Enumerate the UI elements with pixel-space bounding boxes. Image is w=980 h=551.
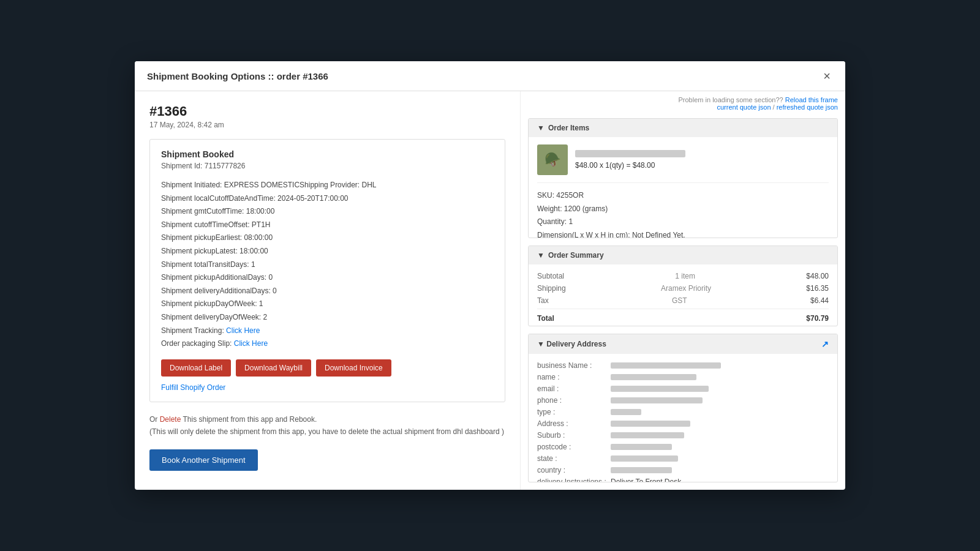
order-item-row: 🪖 $48.00 x 1(qty) = $48.00 (537, 144, 829, 175)
download-label-button[interactable]: Download Label (161, 359, 231, 377)
right-panel: Problem in loading some section?? Reload… (521, 91, 845, 490)
order-items-section: ▼ Order Items 🪖 $48.00 x 1(qty) = $48.00… (528, 118, 838, 238)
order-date: 17 May, 2024, 8:42 am (149, 121, 505, 129)
button-row: Download Label Download Waybill Download… (161, 359, 494, 377)
order-summary-content: Subtotal 1 item $48.00 Shipping Aramex P… (529, 264, 837, 326)
delete-note: (This will only delete the shipment from… (149, 427, 504, 436)
order-items-content: 🪖 $48.00 x 1(qty) = $48.00 SKU: 4255OR W… (529, 137, 837, 238)
book-another-shipment-button[interactable]: Book Another Shipment (149, 449, 258, 471)
refreshed-quote-link[interactable]: refreshed quote json (777, 103, 838, 111)
address-postcode: postcode : (537, 443, 829, 451)
tracking-link[interactable]: Click Here (226, 326, 260, 335)
address-address: Address : (537, 419, 829, 428)
reload-frame-link[interactable]: Reload this frame (785, 96, 838, 103)
address-email: email : (537, 384, 829, 393)
modal-body: #1366 17 May, 2024, 8:42 am Shipment Boo… (135, 91, 845, 490)
modal-header: Shipment Booking Options :: order #1366 … (135, 61, 845, 91)
item-image: 🪖 (537, 144, 568, 175)
item-price-area: $48.00 x 1(qty) = $48.00 (575, 150, 829, 170)
download-waybill-button[interactable]: Download Waybill (236, 359, 311, 377)
order-id: #1366 (149, 103, 505, 119)
shipment-id-label: Shipment Id: (161, 162, 202, 170)
delete-link[interactable]: Delete (160, 415, 181, 424)
summary-row-shipping: Shipping Aramex Priority $16.35 (537, 284, 829, 293)
address-name: name : (537, 373, 829, 381)
order-summary-section: ▼ Order Summary Subtotal 1 item $48.00 S… (528, 246, 838, 326)
or-text: Or (149, 415, 160, 424)
order-items-header: ▼ Order Items (529, 119, 837, 137)
booked-title: Shipment Booked (161, 149, 494, 159)
delivery-address-section: ▼ Delivery Address ↗ business Name : nam… (528, 334, 838, 482)
delivery-address-title: Delivery Address (546, 340, 606, 348)
left-panel: #1366 17 May, 2024, 8:42 am Shipment Boo… (135, 91, 521, 490)
order-summary-title: Order Summary (548, 251, 604, 260)
address-suburb: Suburb : (537, 431, 829, 440)
item-price-text: $48.00 x 1(qty) = $48.00 (575, 161, 829, 170)
booked-box: Shipment Booked Shipment Id: 7115777826 … (149, 139, 505, 402)
item-details: SKU: 4255OR Weight: 1200 (grams) Quantit… (537, 182, 829, 238)
packaging-link[interactable]: Click Here (234, 339, 268, 348)
shipment-details: Shipment Initiated: EXPRESS DOMESTICShip… (161, 179, 494, 351)
order-summary-header: ▼ Order Summary (529, 246, 837, 264)
delivery-address-header: ▼ Delivery Address ↗ (529, 334, 837, 354)
order-items-title: Order Items (548, 124, 589, 132)
address-state: state : (537, 454, 829, 463)
address-type: type : (537, 408, 829, 416)
shipment-modal: Shipment Booking Options :: order #1366 … (135, 61, 845, 490)
address-country: country : (537, 466, 829, 474)
fulfill-shopify-link[interactable]: Fulfill Shopify Order (161, 383, 225, 392)
summary-row-total: Total $70.79 (537, 309, 829, 323)
address-delivery-instructions: delivery Instructions : Deliver To Front… (537, 478, 829, 482)
close-button[interactable]: × (821, 70, 833, 82)
price-bar (575, 150, 685, 157)
address-business-name: business Name : (537, 361, 829, 370)
current-quote-link[interactable]: current quote json (717, 103, 771, 111)
after-delete-text: This shipment from this app and Rebook. (183, 415, 317, 424)
delivery-address-content: business Name : name : email : phone : (529, 354, 837, 482)
edit-address-icon[interactable]: ↗ (821, 339, 829, 349)
delete-section: Or Delete This shipment from this app an… (149, 413, 505, 438)
summary-row-tax: Tax GST $6.44 (537, 296, 829, 305)
summary-row-subtotal: Subtotal 1 item $48.00 (537, 272, 829, 280)
shipment-id: Shipment Id: 7115777826 (161, 162, 494, 170)
modal-title: Shipment Booking Options :: order #1366 (147, 71, 328, 81)
address-phone: phone : (537, 396, 829, 405)
shipment-id-value: 7115777826 (205, 162, 246, 170)
problem-text: Problem in loading some section?? Reload… (521, 91, 845, 111)
download-invoice-button[interactable]: Download Invoice (316, 359, 391, 377)
